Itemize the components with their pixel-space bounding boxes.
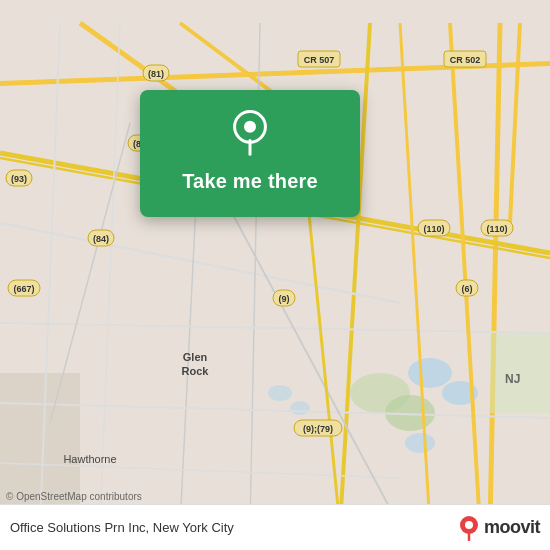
map-background: NJ (81) CR 507 CR 502 (93) (84) (84) (66… xyxy=(0,0,550,550)
svg-text:CR 507: CR 507 xyxy=(304,55,335,65)
svg-text:Glen: Glen xyxy=(183,351,208,363)
svg-text:(93): (93) xyxy=(11,174,27,184)
moovit-branding: moovit xyxy=(458,515,540,541)
svg-text:(110): (110) xyxy=(423,224,444,234)
svg-text:CR 502: CR 502 xyxy=(450,55,481,65)
map-attribution: © OpenStreetMap contributors xyxy=(6,491,142,502)
bottom-bar: Office Solutions Prn Inc, New York City … xyxy=(0,504,550,550)
svg-point-61 xyxy=(244,121,256,133)
svg-text:(6): (6) xyxy=(462,284,473,294)
svg-point-7 xyxy=(268,385,292,401)
take-me-there-button[interactable]: Take me there xyxy=(160,166,340,197)
place-name: Office Solutions Prn Inc, New York City xyxy=(10,520,458,535)
svg-point-6 xyxy=(405,433,435,453)
svg-text:NJ: NJ xyxy=(505,372,520,386)
svg-text:(110): (110) xyxy=(486,224,507,234)
map-container: NJ (81) CR 507 CR 502 (93) (84) (84) (66… xyxy=(0,0,550,550)
location-card: Take me there xyxy=(140,90,360,217)
map-pin-icon xyxy=(226,108,274,156)
svg-text:(9);(79): (9);(79) xyxy=(303,424,333,434)
svg-point-8 xyxy=(290,401,310,415)
moovit-logo-text: moovit xyxy=(484,517,540,538)
svg-point-64 xyxy=(465,521,473,529)
bottom-bar-info: Office Solutions Prn Inc, New York City xyxy=(10,520,458,535)
svg-text:(84): (84) xyxy=(93,234,109,244)
moovit-pin-icon xyxy=(458,515,480,541)
svg-text:Hawthorne: Hawthorne xyxy=(63,453,116,465)
svg-text:(9): (9) xyxy=(279,294,290,304)
svg-point-4 xyxy=(408,358,452,388)
svg-text:(81): (81) xyxy=(148,69,164,79)
svg-text:(667): (667) xyxy=(13,284,34,294)
svg-text:Rock: Rock xyxy=(182,365,210,377)
